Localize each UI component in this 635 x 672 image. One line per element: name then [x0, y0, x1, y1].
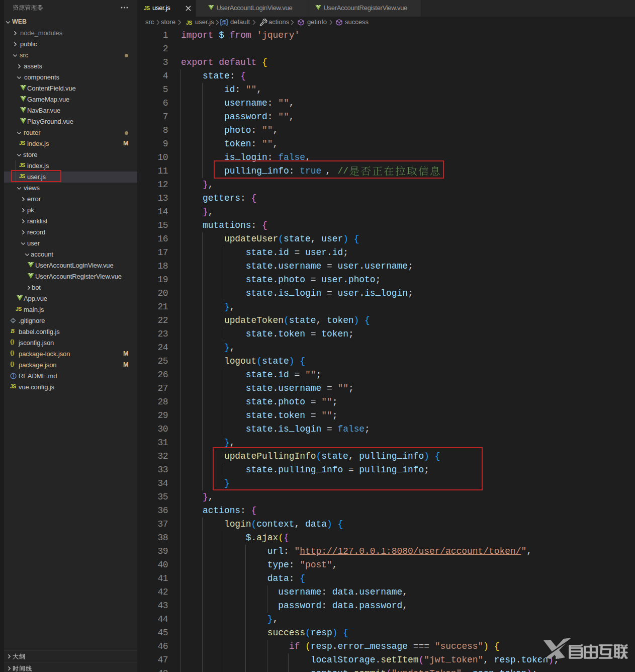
svg-text:@: @ [221, 19, 227, 25]
